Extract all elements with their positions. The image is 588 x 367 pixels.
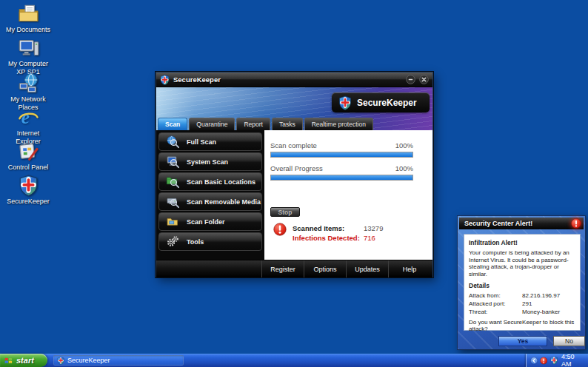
help-button[interactable]: Help: [388, 260, 430, 277]
updates-button[interactable]: Updates: [346, 260, 388, 277]
sidebar-item-scan-removable-media[interactable]: Scan Removable Media: [158, 192, 262, 211]
footer-menu: Register Options Updates Help: [261, 260, 430, 277]
desktop-icon-label: Control Panel: [8, 164, 49, 172]
desktop-icon-internet-explorer[interactable]: Internet Explorer: [4, 107, 53, 146]
options-button[interactable]: Options: [304, 260, 346, 277]
securekeeper-shield-icon: [57, 357, 64, 365]
start-button-label: start: [16, 356, 34, 365]
full-scan-icon: [166, 135, 180, 149]
close-button[interactable]: [419, 75, 429, 84]
sidebar-item-label: Scan Basic Locations: [187, 178, 255, 186]
taskbar-item-label: SecureKeeper: [67, 357, 110, 364]
overall-progress-row: Overall Progress 100%: [270, 164, 413, 172]
overall-progressbar: [270, 175, 413, 181]
detail-value: Money-banker: [522, 309, 560, 316]
securekeeper-shield-icon: [18, 175, 39, 196]
desktop-icon-label: SecureKeeper: [7, 198, 50, 206]
no-button[interactable]: No: [553, 336, 585, 346]
detail-value: 82.216.196.97: [522, 292, 560, 300]
alert-message: Your computer is being attacked by an In…: [469, 249, 575, 277]
scan-complete-label: Scan complete: [270, 141, 317, 149]
tab-realtime-protection[interactable]: Realtime protection: [304, 118, 373, 130]
desktop-icon-my-computer[interactable]: My Computer XP SP1: [4, 37, 53, 76]
detail-row-attack-from: Attack from: 82.216.196.97: [469, 292, 575, 300]
minimize-button[interactable]: [406, 75, 415, 84]
system-scan-icon: [166, 155, 180, 169]
taskbar-item-securekeeper[interactable]: SecureKeeper: [53, 355, 184, 366]
scanned-items-label: Scanned Items:: [293, 224, 344, 232]
desktop-icon-label: My Documents: [6, 26, 50, 34]
scan-panel: Scan complete 100% Overall Progress 100%…: [264, 130, 432, 260]
desktop-icon-my-network-places[interactable]: My Network Places: [4, 73, 53, 112]
sidebar-item-scan-basic-locations[interactable]: Scan Basic Locations: [158, 172, 262, 191]
minimize-icon: [406, 75, 415, 84]
register-button[interactable]: Register: [261, 260, 304, 277]
sidebar-item-full-scan[interactable]: Full Scan: [158, 132, 262, 151]
scan-folder-icon: [166, 215, 180, 229]
alert-exclamation-icon: [571, 218, 581, 229]
overall-progress-fill: [271, 175, 412, 180]
stop-button[interactable]: Stop: [270, 207, 300, 217]
detail-label: Attacked port:: [469, 300, 522, 308]
alert-heading: Infiltration Alert!: [469, 239, 575, 246]
window-titlebar[interactable]: SecureKeeper: [156, 73, 432, 87]
sidebar-item-scan-folder[interactable]: Scan Folder: [158, 212, 262, 231]
desktop-icon-securekeeper[interactable]: SecureKeeper: [4, 175, 53, 206]
window-footer: Register Options Updates Help: [156, 260, 432, 277]
alert-details-heading: Details: [469, 282, 575, 289]
header-banner: SecureKeeper Scan Quarantine Report Task…: [156, 87, 432, 130]
control-panel-icon: [18, 141, 39, 162]
scan-sidebar: Full Scan System Scan Scan Basic Locatio…: [156, 130, 264, 260]
windows-flag-icon: [4, 356, 13, 366]
overall-progress-label: Overall Progress: [270, 164, 323, 172]
desktop-icon-control-panel[interactable]: Control Panel: [4, 141, 53, 172]
infections-detected-label: Infections Detected:: [293, 234, 360, 242]
window-body: Full Scan System Scan Scan Basic Locatio…: [156, 130, 432, 260]
tray-collapse-chevron-icon[interactable]: [530, 357, 538, 365]
securekeeper-shield-icon: [338, 95, 352, 110]
tools-gears-icon: [166, 235, 180, 249]
detail-row-attacked-port: Attacked port: 291: [469, 300, 575, 308]
detail-label: Threat:: [469, 309, 522, 316]
scan-removable-media-icon: [166, 195, 180, 209]
detail-value: 291: [522, 300, 532, 308]
detail-label: Attack from:: [469, 292, 522, 300]
clock[interactable]: 4:50 AM: [561, 353, 584, 367]
alert-title: Security Center Alert!: [464, 220, 571, 227]
yes-button[interactable]: Yes: [498, 336, 547, 346]
alert-message-box: Infiltration Alert! Your computer is bei…: [464, 234, 581, 331]
security-center-alert-window: Security Center Alert! Infiltration Aler…: [457, 215, 586, 350]
sidebar-item-label: Scan Folder: [187, 218, 225, 226]
tab-scan[interactable]: Scan: [158, 118, 187, 130]
overall-progress-percent: 100%: [395, 164, 413, 172]
scan-complete-row: Scan complete 100%: [270, 141, 413, 149]
my-network-places-icon: [18, 73, 39, 94]
brand-logo: SecureKeeper: [332, 92, 430, 112]
scan-complete-progressbar: [270, 152, 413, 158]
scan-complete-percent: 100%: [395, 141, 413, 149]
tab-tasks[interactable]: Tasks: [272, 118, 303, 130]
alert-question: Do you want SecureKeeper to block this a…: [469, 319, 575, 333]
tray-alert-icon[interactable]: [540, 357, 547, 365]
system-tray: 4:50 AM: [526, 354, 588, 367]
sidebar-item-system-scan[interactable]: System Scan: [158, 152, 262, 171]
tab-quarantine[interactable]: Quarantine: [189, 118, 235, 130]
infections-detected-value: 716: [364, 234, 375, 242]
taskbar: start SecureKeeper 4:50 AM: [0, 354, 588, 367]
tab-report[interactable]: Report: [236, 118, 270, 130]
sidebar-item-tools[interactable]: Tools: [158, 232, 262, 251]
securekeeper-window: SecureKeeper SecureKeeper Scan Quarantin…: [156, 72, 433, 277]
desktop-icon-my-documents[interactable]: My Documents: [4, 3, 53, 34]
scan-complete-progress-fill: [271, 152, 412, 157]
window-title: SecureKeeper: [173, 75, 402, 84]
close-icon: [419, 75, 429, 84]
tray-securekeeper-icon[interactable]: [550, 356, 558, 365]
securekeeper-shield-icon: [160, 75, 170, 85]
infection-alert-icon: [273, 223, 287, 236]
my-computer-icon: [18, 37, 39, 58]
tab-bar: Scan Quarantine Report Tasks Realtime pr…: [158, 118, 373, 130]
start-button[interactable]: start: [0, 354, 47, 367]
detail-row-threat: Threat: Money-banker: [469, 309, 575, 316]
sidebar-item-label: Full Scan: [187, 138, 216, 146]
alert-titlebar[interactable]: Security Center Alert!: [459, 218, 584, 229]
